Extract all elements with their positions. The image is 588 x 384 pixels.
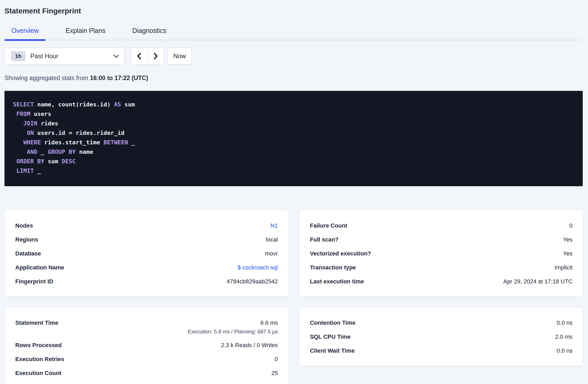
- detail-row-execution-retries: Execution Retries 0: [15, 356, 278, 363]
- previous-interval-button[interactable]: [131, 48, 147, 64]
- detail-row-failure-count: Failure Count 0: [310, 222, 573, 229]
- detail-row-application-name: Application Name $ cockroach sql: [15, 264, 278, 271]
- row-value: 4784cb829aab2542: [227, 278, 278, 285]
- row-label: Last execution time: [310, 278, 364, 285]
- detail-row-transaction-type: Transaction type Implicit: [310, 264, 573, 271]
- detail-row-regions: Regions local: [15, 236, 278, 243]
- summary-cards-row-2: Statement Time 6.6 ms Execution: 5.8 ms …: [4, 307, 583, 384]
- time-range-arrows: [131, 48, 164, 65]
- tab-overview[interactable]: Overview: [4, 27, 46, 40]
- row-label: Vectorized execution?: [310, 250, 371, 257]
- chevron-right-icon: [152, 52, 159, 60]
- tab-bar: Overview Explain Plans Diagnostics: [4, 27, 583, 40]
- row-value: 6.6 ms: [260, 319, 278, 327]
- aggregated-stats-line: Showing aggregated stats from 16:00 to 1…: [4, 75, 583, 82]
- wait-times-card: Contention Time 0.0 ns SQL CPU Time 2.0 …: [299, 307, 583, 366]
- row-value: local: [266, 236, 278, 243]
- summary-cards-row-1: Nodes N1 Regions local Database movr App…: [4, 210, 583, 297]
- row-label: Database: [15, 250, 41, 257]
- row-subvalue: Execution: 5.8 ms / Planning: 687.5 µs: [188, 328, 278, 335]
- row-label: Full scan?: [310, 236, 339, 243]
- row-label: Statement Time: [15, 319, 58, 327]
- row-value: 0: [275, 356, 278, 363]
- row-value: Yes: [563, 250, 572, 257]
- detail-row-rows-processed: Rows Processed 2.3 k Reads / 0 Writes: [15, 342, 278, 349]
- detail-row-execution-count: Execution Count 25: [15, 370, 278, 377]
- detail-row-client-wait-time: Client Wait Time 0.0 ns: [310, 347, 573, 355]
- detail-row-nodes: Nodes N1: [15, 222, 278, 229]
- detail-row-sql-cpu-time: SQL CPU Time 2.0 ms: [310, 333, 573, 341]
- row-label: Execution Retries: [15, 356, 64, 363]
- time-interval-dropdown[interactable]: 1h Past Hour: [4, 48, 124, 65]
- chevron-down-icon: [113, 52, 119, 58]
- row-value: 0: [569, 222, 572, 229]
- row-label: Nodes: [15, 222, 33, 229]
- time-picker-row: 1h Past Hour Now: [4, 48, 583, 65]
- detail-row-fingerprint-id: Fingerprint ID 4784cb829aab2542: [15, 278, 278, 285]
- next-interval-button[interactable]: [147, 48, 163, 64]
- row-value: 0.0 ns: [557, 319, 572, 327]
- row-label: Failure Count: [310, 222, 347, 229]
- now-button[interactable]: Now: [167, 48, 192, 65]
- row-label: Rows Processed: [15, 342, 62, 349]
- row-value: 0.0 ns: [557, 347, 572, 355]
- tab-diagnostics[interactable]: Diagnostics: [126, 27, 173, 40]
- row-value: Apr 29, 2024 at 17:18 UTC: [503, 278, 572, 285]
- execution-attributes-card: Failure Count 0 Full scan? Yes Vectorize…: [299, 210, 583, 297]
- detail-row-statement-time: Statement Time 6.6 ms Execution: 5.8 ms …: [15, 319, 278, 335]
- stats-line-range: 16:00 to 17:22 (UTC): [90, 75, 148, 81]
- row-label: SQL CPU Time: [310, 333, 351, 341]
- row-label: Regions: [15, 236, 38, 243]
- detail-row-last-execution-time: Last execution time Apr 29, 2024 at 17:1…: [310, 278, 573, 285]
- time-interval-label: Past Hour: [30, 52, 58, 60]
- row-value: 25: [271, 370, 278, 377]
- time-interval-badge: 1h: [11, 51, 26, 61]
- row-label: Execution Count: [15, 370, 61, 377]
- stats-line-prefix: Showing aggregated stats from: [4, 75, 90, 81]
- statement-fingerprint-page: Statement Fingerprint Overview Explain P…: [0, 0, 588, 384]
- detail-row-contention-time: Contention Time 0.0 ns: [310, 319, 573, 327]
- row-value: movr: [265, 250, 278, 257]
- detail-row-full-scan: Full scan? Yes: [310, 236, 573, 243]
- row-value: Implicit: [555, 264, 572, 271]
- detail-row-vectorized: Vectorized execution? Yes: [310, 250, 573, 257]
- application-name-link[interactable]: $ cockroach sql: [238, 264, 278, 271]
- row-label: Application Name: [15, 264, 64, 271]
- page-title: Statement Fingerprint: [4, 0, 583, 15]
- row-label: Fingerprint ID: [15, 278, 53, 285]
- row-value: Yes: [563, 236, 572, 243]
- statement-timing-card: Statement Time 6.6 ms Execution: 5.8 ms …: [4, 307, 288, 384]
- row-label: Transaction type: [310, 264, 356, 271]
- row-value: 2.3 k Reads / 0 Writes: [221, 342, 278, 349]
- statement-details-card: Nodes N1 Regions local Database movr App…: [4, 210, 288, 297]
- tab-explain-plans[interactable]: Explain Plans: [59, 27, 112, 40]
- row-label: Contention Time: [310, 319, 356, 327]
- row-label: Client Wait Time: [310, 347, 355, 355]
- sql-statement: SELECT name, count(rides.id) AS sum FROM…: [4, 91, 583, 186]
- detail-row-database: Database movr: [15, 250, 278, 257]
- chevron-left-icon: [136, 52, 143, 60]
- nodes-link[interactable]: N1: [270, 222, 278, 229]
- row-value: 2.0 ms: [555, 333, 572, 341]
